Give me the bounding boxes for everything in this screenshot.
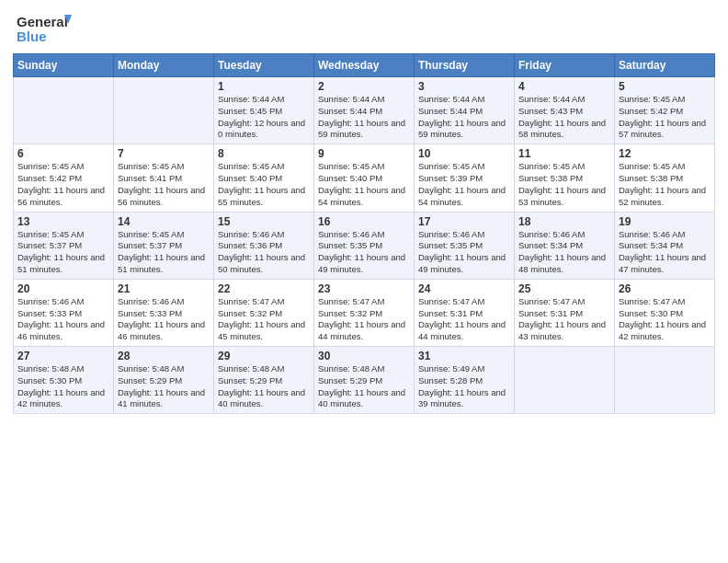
day-number: 8: [218, 147, 310, 160]
day-detail: Sunrise: 5:46 AMSunset: 5:35 PMDaylight:…: [418, 229, 510, 276]
week-row-1: 1Sunrise: 5:44 AMSunset: 5:45 PMDaylight…: [14, 77, 715, 144]
header-day-thursday: Thursday: [415, 54, 515, 77]
calendar-cell: 10Sunrise: 5:45 AMSunset: 5:39 PMDayligh…: [415, 144, 515, 212]
day-detail: Sunrise: 5:45 AMSunset: 5:41 PMDaylight:…: [118, 161, 210, 208]
header-row: SundayMondayTuesdayWednesdayThursdayFrid…: [14, 54, 715, 77]
day-detail: Sunrise: 5:46 AMSunset: 5:33 PMDaylight:…: [17, 296, 109, 343]
calendar-cell: 31Sunrise: 5:49 AMSunset: 5:28 PMDayligh…: [415, 347, 515, 414]
day-number: 28: [118, 350, 210, 362]
calendar-cell: 14Sunrise: 5:45 AMSunset: 5:37 PMDayligh…: [114, 212, 214, 279]
calendar-cell: 27Sunrise: 5:48 AMSunset: 5:30 PMDayligh…: [14, 347, 114, 414]
calendar-cell: 21Sunrise: 5:46 AMSunset: 5:33 PMDayligh…: [114, 279, 214, 346]
day-detail: Sunrise: 5:48 AMSunset: 5:29 PMDaylight:…: [218, 363, 310, 410]
header: GeneralBlue: [0, 0, 728, 53]
day-detail: Sunrise: 5:48 AMSunset: 5:30 PMDaylight:…: [17, 363, 109, 410]
day-detail: Sunrise: 5:45 AMSunset: 5:38 PMDaylight:…: [619, 161, 711, 208]
calendar-cell: 17Sunrise: 5:46 AMSunset: 5:35 PMDayligh…: [415, 212, 515, 279]
day-number: 10: [418, 147, 510, 160]
day-detail: Sunrise: 5:44 AMSunset: 5:44 PMDaylight:…: [318, 94, 410, 141]
day-number: 12: [619, 147, 711, 160]
day-detail: Sunrise: 5:45 AMSunset: 5:40 PMDaylight:…: [218, 161, 310, 208]
day-detail: Sunrise: 5:47 AMSunset: 5:31 PMDaylight:…: [418, 296, 510, 343]
day-detail: Sunrise: 5:46 AMSunset: 5:34 PMDaylight:…: [518, 229, 610, 276]
day-number: 30: [318, 350, 410, 362]
day-number: 16: [318, 215, 410, 228]
day-number: 6: [17, 147, 109, 160]
calendar-cell: 9Sunrise: 5:45 AMSunset: 5:40 PMDaylight…: [314, 144, 415, 212]
day-detail: Sunrise: 5:44 AMSunset: 5:44 PMDaylight:…: [418, 94, 510, 141]
calendar-cell: 2Sunrise: 5:44 AMSunset: 5:44 PMDaylight…: [314, 77, 415, 144]
svg-text:Blue: Blue: [17, 29, 47, 44]
calendar-cell: 4Sunrise: 5:44 AMSunset: 5:43 PMDaylight…: [515, 77, 615, 144]
day-number: 22: [218, 282, 310, 295]
logo: GeneralBlue: [17, 11, 72, 48]
svg-text:General: General: [17, 14, 68, 29]
day-number: 5: [619, 80, 711, 93]
day-number: 17: [418, 215, 510, 228]
day-detail: Sunrise: 5:47 AMSunset: 5:32 PMDaylight:…: [318, 296, 410, 343]
day-number: 27: [17, 350, 109, 362]
calendar-cell: 19Sunrise: 5:46 AMSunset: 5:34 PMDayligh…: [615, 212, 715, 279]
day-detail: Sunrise: 5:45 AMSunset: 5:42 PMDaylight:…: [619, 94, 711, 141]
calendar-cell: 8Sunrise: 5:45 AMSunset: 5:40 PMDaylight…: [214, 144, 314, 212]
calendar-cell: 24Sunrise: 5:47 AMSunset: 5:31 PMDayligh…: [415, 279, 515, 346]
day-number: 2: [318, 80, 410, 93]
calendar-cell: 25Sunrise: 5:47 AMSunset: 5:31 PMDayligh…: [515, 279, 615, 346]
calendar-cell: 29Sunrise: 5:48 AMSunset: 5:29 PMDayligh…: [214, 347, 314, 414]
day-number: 26: [619, 282, 711, 295]
calendar-cell: 7Sunrise: 5:45 AMSunset: 5:41 PMDaylight…: [114, 144, 214, 212]
day-detail: Sunrise: 5:46 AMSunset: 5:33 PMDaylight:…: [118, 296, 210, 343]
calendar-cell: [515, 347, 615, 414]
calendar-cell: 3Sunrise: 5:44 AMSunset: 5:44 PMDaylight…: [415, 77, 515, 144]
day-detail: Sunrise: 5:45 AMSunset: 5:37 PMDaylight:…: [118, 229, 210, 276]
calendar-cell: 20Sunrise: 5:46 AMSunset: 5:33 PMDayligh…: [14, 279, 114, 346]
header-day-sunday: Sunday: [14, 54, 114, 77]
day-detail: Sunrise: 5:46 AMSunset: 5:35 PMDaylight:…: [318, 229, 410, 276]
calendar-cell: 30Sunrise: 5:48 AMSunset: 5:29 PMDayligh…: [314, 347, 415, 414]
header-day-monday: Monday: [114, 54, 214, 77]
day-number: 3: [418, 80, 510, 93]
calendar-cell: 16Sunrise: 5:46 AMSunset: 5:35 PMDayligh…: [314, 212, 415, 279]
day-detail: Sunrise: 5:44 AMSunset: 5:43 PMDaylight:…: [518, 94, 610, 141]
day-number: 25: [518, 282, 610, 295]
calendar-cell: 26Sunrise: 5:47 AMSunset: 5:30 PMDayligh…: [615, 279, 715, 346]
day-number: 23: [318, 282, 410, 295]
calendar-cell: 15Sunrise: 5:46 AMSunset: 5:36 PMDayligh…: [214, 212, 314, 279]
week-row-5: 27Sunrise: 5:48 AMSunset: 5:30 PMDayligh…: [14, 347, 715, 414]
day-number: 29: [218, 350, 310, 362]
day-detail: Sunrise: 5:47 AMSunset: 5:32 PMDaylight:…: [218, 296, 310, 343]
day-number: 18: [518, 215, 610, 228]
day-detail: Sunrise: 5:45 AMSunset: 5:40 PMDaylight:…: [318, 161, 410, 208]
calendar-cell: 23Sunrise: 5:47 AMSunset: 5:32 PMDayligh…: [314, 279, 415, 346]
week-row-4: 20Sunrise: 5:46 AMSunset: 5:33 PMDayligh…: [14, 279, 715, 346]
calendar-cell: 13Sunrise: 5:45 AMSunset: 5:37 PMDayligh…: [14, 212, 114, 279]
logo-svg: GeneralBlue: [17, 11, 72, 48]
day-number: 15: [218, 215, 310, 228]
day-number: 1: [218, 80, 310, 93]
day-number: 9: [318, 147, 410, 160]
week-row-2: 6Sunrise: 5:45 AMSunset: 5:42 PMDaylight…: [14, 144, 715, 212]
calendar-cell: 18Sunrise: 5:46 AMSunset: 5:34 PMDayligh…: [515, 212, 615, 279]
day-number: 7: [118, 147, 210, 160]
day-detail: Sunrise: 5:45 AMSunset: 5:39 PMDaylight:…: [418, 161, 510, 208]
day-number: 4: [518, 80, 610, 93]
header-day-saturday: Saturday: [615, 54, 715, 77]
header-day-friday: Friday: [515, 54, 615, 77]
calendar-cell: 11Sunrise: 5:45 AMSunset: 5:38 PMDayligh…: [515, 144, 615, 212]
day-detail: Sunrise: 5:48 AMSunset: 5:29 PMDaylight:…: [118, 363, 210, 410]
day-number: 11: [518, 147, 610, 160]
week-row-3: 13Sunrise: 5:45 AMSunset: 5:37 PMDayligh…: [14, 212, 715, 279]
calendar-cell: [114, 77, 214, 144]
calendar-table: SundayMondayTuesdayWednesdayThursdayFrid…: [13, 53, 715, 414]
calendar-cell: 28Sunrise: 5:48 AMSunset: 5:29 PMDayligh…: [114, 347, 214, 414]
header-day-tuesday: Tuesday: [214, 54, 314, 77]
day-detail: Sunrise: 5:47 AMSunset: 5:31 PMDaylight:…: [518, 296, 610, 343]
day-detail: Sunrise: 5:45 AMSunset: 5:37 PMDaylight:…: [17, 229, 109, 276]
day-number: 14: [118, 215, 210, 228]
calendar-cell: 6Sunrise: 5:45 AMSunset: 5:42 PMDaylight…: [14, 144, 114, 212]
day-detail: Sunrise: 5:45 AMSunset: 5:42 PMDaylight:…: [17, 161, 109, 208]
header-day-wednesday: Wednesday: [314, 54, 415, 77]
day-number: 20: [17, 282, 109, 295]
calendar-wrapper: SundayMondayTuesdayWednesdayThursdayFrid…: [0, 53, 728, 563]
day-detail: Sunrise: 5:49 AMSunset: 5:28 PMDaylight:…: [418, 363, 510, 410]
